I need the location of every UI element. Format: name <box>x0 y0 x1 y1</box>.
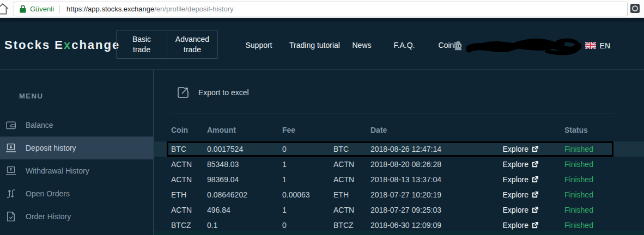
padlock-icon[interactable] <box>20 5 26 13</box>
secure-label[interactable]: Güvenli <box>30 5 54 13</box>
cell-fee: 0 <box>282 221 333 230</box>
explore-label: Explore <box>503 160 528 169</box>
url-host: https://app.stocks.exchange <box>66 5 154 13</box>
table-row: ACTN98369.041ACTN2018-08-13 13:37:04Expl… <box>154 172 644 187</box>
nav-support[interactable]: Support <box>229 40 289 51</box>
explore-link[interactable]: Explore <box>489 206 538 214</box>
sidebar-item-withdrawal-history[interactable]: Withdrawal History <box>0 159 153 182</box>
cell-date: 2018-08-26 12:47:14 <box>370 145 489 153</box>
explore-label: Explore <box>503 145 528 153</box>
sidebar-item-label: Deposit history <box>26 144 76 152</box>
order-history-icon <box>5 211 17 222</box>
open-orders-icon <box>5 188 17 199</box>
uk-flag-icon[interactable] <box>585 42 596 49</box>
cell-coin: ACTN <box>171 175 207 184</box>
col-header-date: Date <box>370 126 489 134</box>
cell-fee-coin: ACTN <box>333 206 370 214</box>
external-link-icon <box>531 222 538 229</box>
explore-link[interactable]: Explore <box>489 221 538 230</box>
cell-date: 2018-06-30 12:09:09 <box>370 221 489 230</box>
sidebar-item-balance[interactable]: Balance <box>0 114 153 137</box>
sidebar-item-deposit-history[interactable]: Deposit history <box>0 137 153 159</box>
explore-link[interactable]: Explore <box>489 190 538 199</box>
url-path: /en/profile/deposit-history <box>154 5 233 13</box>
cell-fee-coin: BTC <box>333 145 370 153</box>
table-top-divider <box>170 114 615 114</box>
sidebar-item-label: Order History <box>26 212 71 221</box>
cell-date: 2018-07-27 10:20:19 <box>370 190 489 199</box>
cell-coin: ACTN <box>171 160 207 169</box>
sidebar-items: BalanceDeposit historyWithdrawal History… <box>0 114 153 228</box>
user-area[interactable]: EN <box>452 22 644 69</box>
col-header-amount: Amount <box>207 126 282 134</box>
wallet-icon <box>5 120 17 130</box>
export-icon <box>177 86 190 99</box>
cell-fee: 1 <box>282 175 333 184</box>
cell-fee-coin: ETH <box>333 190 370 199</box>
cell-amount: 0.1 <box>207 221 282 230</box>
status-finished: Finished <box>538 190 644 199</box>
table-row: BTC0.00175240BTC2018-08-26 12:47:14Explo… <box>154 141 644 157</box>
trade-mode-switcher: Basic trade Advanced trade <box>116 30 218 59</box>
export-label: Export to excel <box>198 88 249 97</box>
top-divider-strip <box>0 18 644 22</box>
cell-coin: BTC <box>171 145 207 153</box>
user-avatar-icon[interactable] <box>452 40 464 52</box>
table-row: ETH0.086462020.00063ETH2018-07-27 10:20:… <box>154 187 644 202</box>
nav-news[interactable]: News <box>341 40 383 51</box>
table-header: Coin Amount Fee Date Status <box>154 122 644 138</box>
sidebar-item-order-history[interactable]: Order History <box>0 205 153 228</box>
cell-amount: 85348.03 <box>207 160 282 169</box>
explore-link[interactable]: Explore <box>489 175 538 184</box>
logo-accent-x: x <box>64 38 71 52</box>
main-nav: Support Trading tutorial News F.A.Q. Coi… <box>229 22 475 69</box>
col-header-status: Status <box>538 126 644 134</box>
cell-amount: 0.0017524 <box>207 145 282 153</box>
basic-trade-button[interactable]: Basic trade <box>117 30 167 58</box>
cell-fee-coin: ACTN <box>333 175 370 184</box>
status-finished: Finished <box>538 175 644 184</box>
explore-label: Explore <box>503 221 528 230</box>
cell-date: 2018-08-13 13:37:04 <box>370 175 489 184</box>
explore-link[interactable]: Explore <box>489 160 538 169</box>
cell-coin: ETH <box>171 190 207 199</box>
sidebar-item-label: Balance <box>26 121 53 129</box>
cell-fee: 1 <box>282 160 333 169</box>
cell-date: 2018-07-27 09:25:03 <box>370 206 489 214</box>
cell-amount: 496.84 <box>207 206 282 214</box>
address-separator <box>59 5 60 14</box>
url-text[interactable]: https://app.stocks.exchange/en/profile/d… <box>66 5 233 13</box>
site-logo[interactable]: Stocks Exchange <box>4 38 120 52</box>
bottom-strip <box>154 231 644 235</box>
cell-amount: 98369.04 <box>207 175 282 184</box>
external-link-icon <box>531 207 538 214</box>
status-finished: Finished <box>538 145 644 153</box>
deposit-icon <box>5 143 17 153</box>
status-finished: Finished <box>538 221 644 230</box>
explore-label: Explore <box>503 206 528 214</box>
explore-link[interactable]: Explore <box>489 145 538 153</box>
col-header-fee: Fee <box>282 126 333 134</box>
col-header-coin: Coin <box>171 126 207 134</box>
sidebar: MENU BalanceDeposit historyWithdrawal Hi… <box>0 70 154 235</box>
browser-extension-icon[interactable] <box>630 4 640 13</box>
explore-label: Explore <box>503 175 528 184</box>
nav-trading-tutorial[interactable]: Trading tutorial <box>289 40 341 51</box>
language-selector[interactable]: EN <box>600 41 610 50</box>
cell-coin: ACTN <box>171 206 207 214</box>
external-link-icon <box>531 191 538 199</box>
sidebar-item-label: Open Orders <box>26 189 70 198</box>
advanced-trade-button[interactable]: Advanced trade <box>167 30 217 58</box>
cell-coin: BTCZ <box>171 221 207 230</box>
export-to-excel-button[interactable]: Export to excel <box>177 86 249 99</box>
nav-faq[interactable]: F.A.Q. <box>383 40 426 51</box>
address-bar[interactable]: Güvenli https://app.stocks.exchange/en/p… <box>14 2 628 16</box>
cell-fee: 0.00063 <box>282 190 333 199</box>
cell-fee-coin: BTCZ <box>333 221 370 230</box>
sidebar-item-open-orders[interactable]: Open Orders <box>0 182 153 205</box>
home-icon[interactable] <box>0 2 10 16</box>
external-link-icon <box>531 146 538 153</box>
sidebar-item-label: Withdrawal History <box>26 166 89 175</box>
external-link-icon <box>531 161 538 168</box>
table-rows: BTC0.00175240BTC2018-08-26 12:47:14Explo… <box>154 141 644 233</box>
